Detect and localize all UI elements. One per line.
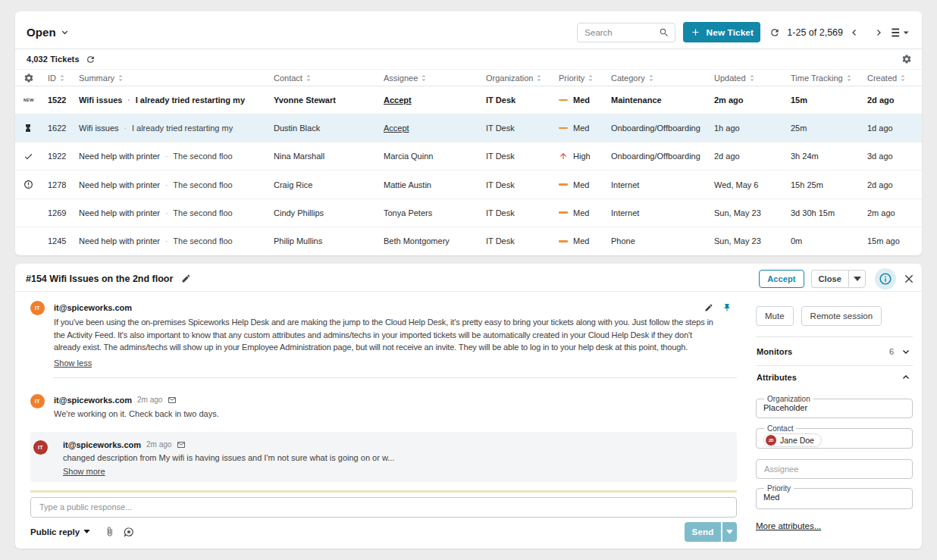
ticket-row[interactable]: 1278 Need help with printer · The second… <box>15 171 922 199</box>
sort-icon <box>117 74 124 82</box>
more-attributes-link[interactable]: More attributes... <box>756 521 821 530</box>
ticket-summary-desc: I already tried restarting my <box>132 124 233 133</box>
ticket-info-icon[interactable] <box>875 268 896 289</box>
ticket-contact: Nina Marshall <box>274 152 384 161</box>
column-header-category[interactable]: Category <box>611 74 714 83</box>
new-ticket-button[interactable]: New Ticket <box>683 22 760 42</box>
ticket-summary-desc: The second floo <box>173 236 232 246</box>
edit-message-pencil-icon[interactable] <box>704 302 714 313</box>
column-header-priority[interactable]: Priority <box>559 74 611 83</box>
ticket-list-card: Open New Ticket 1-25 of 2,569 <box>15 11 922 255</box>
reply-input[interactable] <box>30 497 737 518</box>
assignee-field[interactable]: Assignee <box>756 459 913 479</box>
priority-med-icon <box>559 183 568 186</box>
column-header-updated[interactable]: Updated <box>714 74 791 83</box>
accept-ticket-link[interactable]: Accept <box>384 124 409 133</box>
remote-session-button[interactable]: Remote session <box>801 306 882 326</box>
contact-avatar: JD <box>766 435 776 446</box>
sort-icon <box>587 74 594 82</box>
ticket-updated: Wed, May 6 <box>714 180 791 189</box>
refresh-icon[interactable] <box>767 25 782 40</box>
canned-response-icon[interactable] <box>124 527 134 537</box>
contact-chip[interactable]: JD Jane Doe <box>763 433 822 447</box>
accept-ticket-link[interactable]: Accept <box>384 95 412 105</box>
column-header-organization[interactable]: Organization <box>486 74 559 83</box>
ticket-summary-title: Need help with printer <box>79 208 160 217</box>
attach-file-paperclip-icon[interactable] <box>105 527 114 537</box>
ticket-row[interactable]: 1245 Need help with printer · The second… <box>15 227 922 255</box>
ticket-created: 2m ago <box>867 208 922 217</box>
ticket-summary-title: Need help with printer <box>79 152 160 161</box>
monitors-section-toggle[interactable]: Monitors 6 <box>756 337 913 365</box>
reply-mode-label: Public reply <box>30 527 80 537</box>
show-more-link[interactable]: Show more <box>63 467 105 476</box>
reply-mode-dropdown[interactable]: Public reply <box>30 527 90 537</box>
count-refresh-icon[interactable] <box>85 54 96 65</box>
send-button[interactable]: Send <box>685 522 721 542</box>
sort-icon <box>420 74 428 82</box>
avatar: IT <box>30 301 45 315</box>
feed-message: IT it@spiceworks.com If you <box>30 301 737 378</box>
chevron-down-icon <box>901 347 910 356</box>
status-waiting-icon <box>15 124 48 133</box>
ticket-row[interactable]: NEW 1522 Wifi issues · I already tried r… <box>15 86 922 114</box>
ticket-time-tracking: 3h 24m <box>791 152 867 161</box>
send-options-caret[interactable] <box>721 522 737 542</box>
column-header-time-tracking[interactable]: Time Tracking <box>791 74 867 83</box>
attributes-section-toggle[interactable]: Attributes <box>756 366 913 389</box>
priority-field[interactable]: Priority Med <box>756 484 913 509</box>
priority-field-label: Priority <box>764 484 794 493</box>
ticket-organization: IT Desk <box>486 152 559 161</box>
ticket-priority: Med <box>573 95 590 105</box>
message-body: We're working on it. Check back in two d… <box>54 408 737 419</box>
message-author: it@spiceworks.com <box>54 303 132 312</box>
ticket-filter-dropdown[interactable]: Open <box>27 26 69 39</box>
close-detail-x-icon[interactable] <box>901 271 917 287</box>
ticket-summary-desc: The second floo <box>173 180 232 189</box>
status-new-icon: NEW <box>15 98 48 102</box>
ticket-id: 1269 <box>48 208 79 217</box>
ticket-updated: 2d ago <box>714 152 791 161</box>
pagination-range: 1-25 of 2,569 <box>787 27 843 38</box>
next-page-icon[interactable] <box>872 26 885 39</box>
ticket-row[interactable]: 1269 Need help with printer · The second… <box>15 199 922 227</box>
reply-icons <box>105 527 134 537</box>
view-menu-icon[interactable] <box>888 25 910 40</box>
sort-icon <box>58 74 66 82</box>
contact-field[interactable]: Contact JD Jane Doe <box>756 424 913 449</box>
ticket-category: Maintenance <box>611 95 714 105</box>
ticket-priority: Med <box>573 124 589 133</box>
ticket-row-selected[interactable]: 1622 Wifi issues · I already tried resta… <box>15 114 922 142</box>
list-settings-gear-icon[interactable] <box>901 53 913 65</box>
search-input[interactable] <box>584 28 659 37</box>
sort-icon <box>647 74 655 82</box>
show-less-link[interactable]: Show less <box>54 358 92 368</box>
organization-field[interactable]: Organization Placeholder <box>756 395 913 418</box>
accept-button[interactable]: Accept <box>759 270 804 288</box>
ticket-assignee: Mattie Austin <box>384 180 486 189</box>
prev-page-icon[interactable] <box>848 26 861 39</box>
ticket-contact: Cindy Phillips <box>274 208 384 217</box>
column-header-id[interactable]: ID <box>48 74 79 83</box>
close-options-caret[interactable] <box>848 270 866 288</box>
ticket-assignee: Marcia Quinn <box>384 152 486 161</box>
pin-message-icon[interactable] <box>722 302 732 313</box>
ticket-contact: Dustin Black <box>274 124 384 133</box>
edit-title-pencil-icon[interactable] <box>180 272 193 285</box>
ticket-contact: Yvonne Stewart <box>274 95 384 105</box>
column-header-assignee[interactable]: Assignee <box>384 74 486 83</box>
unread-marker-line <box>30 490 737 493</box>
list-toolbar: Open New Ticket 1-25 of 2,569 <box>15 11 922 49</box>
ticket-category: Onboarding/Offboarding <box>611 124 714 133</box>
priority-field-value: Med <box>763 493 905 502</box>
column-settings-gear-icon[interactable] <box>15 73 48 83</box>
search-icon[interactable] <box>659 27 669 38</box>
priority-med-icon <box>559 240 568 242</box>
ticket-row[interactable]: 1922 Need help with printer · The second… <box>15 142 922 171</box>
close-button[interactable]: Close <box>811 270 848 288</box>
column-header-summary[interactable]: Summary <box>79 74 274 83</box>
chevron-down-icon <box>61 28 69 36</box>
column-header-created[interactable]: Created <box>867 74 922 83</box>
mute-button[interactable]: Mute <box>756 306 794 326</box>
column-header-contact[interactable]: Contact <box>274 74 384 83</box>
